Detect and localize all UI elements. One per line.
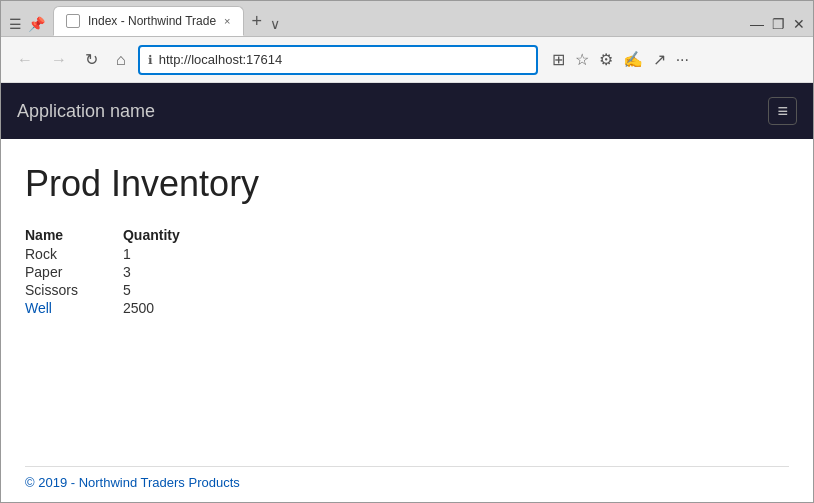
- bookmark-icon[interactable]: ☆: [575, 50, 589, 69]
- minimize-button[interactable]: —: [750, 16, 764, 32]
- cell-quantity: 2500: [123, 299, 225, 317]
- footer-divider: [25, 466, 789, 467]
- share-icon[interactable]: ↗: [653, 50, 666, 69]
- col-header-quantity: Quantity: [123, 225, 225, 245]
- tab-left-icons: ☰ 📌: [9, 16, 45, 36]
- url-text: http://localhost:17614: [159, 52, 528, 67]
- back-button[interactable]: ←: [11, 47, 39, 73]
- cell-name: Paper: [25, 263, 123, 281]
- tab-bar: ☰ 📌 Index - Northwind Trade × + ∨ — ❐ ✕: [1, 1, 813, 37]
- toolbar-icons: ⊞ ☆ ⚙ ✍ ↗ ···: [552, 50, 689, 69]
- address-bar: ← → ↻ ⌂ ℹ http://localhost:17614 ⊞ ☆ ⚙ ✍…: [1, 37, 813, 83]
- cell-quantity: 1: [123, 245, 225, 263]
- table-row: Scissors5: [25, 281, 225, 299]
- pin-icon[interactable]: 📌: [28, 16, 45, 32]
- tab-dropdown-button[interactable]: ∨: [270, 16, 280, 36]
- tab-close-button[interactable]: ×: [224, 15, 230, 27]
- table-row: Paper3: [25, 263, 225, 281]
- footer-text: © 2019 - Northwind Traders Products: [25, 475, 789, 502]
- settings-icon[interactable]: ⚙: [599, 50, 613, 69]
- reading-view-icon[interactable]: ⊞: [552, 50, 565, 69]
- inventory-table: Name Quantity Rock1Paper3Scissors5Well25…: [25, 225, 225, 317]
- url-bar[interactable]: ℹ http://localhost:17614: [138, 45, 538, 75]
- new-tab-button[interactable]: +: [246, 11, 269, 36]
- signature-icon[interactable]: ✍: [623, 50, 643, 69]
- app-navbar: Application name ≡: [1, 83, 813, 139]
- col-header-name: Name: [25, 225, 123, 245]
- page-title: Prod Inventory: [25, 163, 789, 205]
- app-name: Application name: [17, 101, 768, 122]
- more-icon[interactable]: ···: [676, 51, 689, 69]
- tab-favicon: [66, 14, 80, 28]
- table-row: Well2500: [25, 299, 225, 317]
- cell-name[interactable]: Well: [25, 299, 123, 317]
- active-tab[interactable]: Index - Northwind Trade ×: [53, 6, 244, 36]
- cell-name: Rock: [25, 245, 123, 263]
- window-controls: — ❐ ✕: [750, 16, 805, 36]
- cell-quantity: 3: [123, 263, 225, 281]
- hamburger-button[interactable]: ≡: [768, 97, 797, 125]
- close-button[interactable]: ✕: [793, 16, 805, 32]
- main-content: Prod Inventory Name Quantity Rock1Paper3…: [1, 139, 813, 450]
- tab-label: Index - Northwind Trade: [88, 14, 216, 28]
- forward-button[interactable]: →: [45, 47, 73, 73]
- restore-button[interactable]: ❐: [772, 16, 785, 32]
- footer-area: © 2019 - Northwind Traders Products: [1, 450, 813, 502]
- home-button[interactable]: ⌂: [110, 47, 132, 73]
- table-row: Rock1: [25, 245, 225, 263]
- security-icon: ℹ: [148, 53, 153, 67]
- browser-menu-icon[interactable]: ☰: [9, 16, 22, 32]
- refresh-button[interactable]: ↻: [79, 46, 104, 73]
- cell-quantity: 5: [123, 281, 225, 299]
- cell-name: Scissors: [25, 281, 123, 299]
- browser-window: ☰ 📌 Index - Northwind Trade × + ∨ — ❐ ✕ …: [0, 0, 814, 503]
